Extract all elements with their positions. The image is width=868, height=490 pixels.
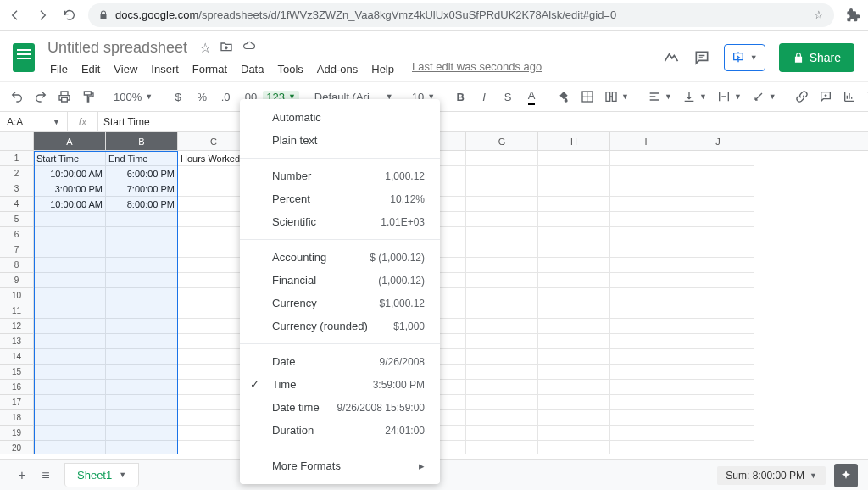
forward-button[interactable] xyxy=(34,7,51,24)
cell[interactable] xyxy=(538,395,610,410)
bold-button[interactable]: B xyxy=(450,86,470,108)
cell[interactable] xyxy=(466,395,538,410)
cell[interactable] xyxy=(106,303,178,319)
share-button[interactable]: Share xyxy=(779,43,854,72)
cell[interactable] xyxy=(106,426,178,441)
cell[interactable] xyxy=(538,319,610,334)
cell[interactable] xyxy=(538,273,610,288)
row-header[interactable]: 3 xyxy=(0,181,34,197)
cell[interactable] xyxy=(538,334,610,349)
cell[interactable] xyxy=(682,181,754,197)
cell[interactable] xyxy=(682,227,754,242)
cell[interactable] xyxy=(106,227,178,242)
row-header[interactable]: 13 xyxy=(0,334,34,349)
cell[interactable] xyxy=(610,273,682,288)
cell[interactable] xyxy=(538,212,610,227)
chart-button[interactable] xyxy=(839,86,860,108)
cell[interactable] xyxy=(466,197,538,212)
formula-input[interactable]: Start Time xyxy=(98,116,868,128)
cell[interactable] xyxy=(538,258,610,273)
row-header[interactable]: 14 xyxy=(0,349,34,365)
column-header-I[interactable]: I xyxy=(610,132,682,150)
cell[interactable]: 7:00:00 PM xyxy=(106,181,178,197)
format-option-time[interactable]: ✓Time3:59:00 PM xyxy=(240,373,440,396)
format-option-currency[interactable]: Currency$1,000.12 xyxy=(240,292,440,315)
italic-button[interactable]: I xyxy=(474,86,494,108)
address-bar[interactable]: docs.google.com/spreadsheets/d/1fWVz3ZWZ… xyxy=(88,3,834,27)
undo-button[interactable] xyxy=(7,86,27,108)
cell[interactable] xyxy=(538,426,610,441)
strikethrough-button[interactable]: S xyxy=(498,86,518,108)
explore-button[interactable] xyxy=(834,464,858,487)
cell[interactable] xyxy=(34,212,106,227)
cell[interactable] xyxy=(682,212,754,227)
cell[interactable] xyxy=(34,242,106,258)
cell[interactable] xyxy=(466,181,538,197)
cell[interactable] xyxy=(106,258,178,273)
cell[interactable] xyxy=(682,441,754,454)
last-edit-link[interactable]: Last edit was seconds ago xyxy=(412,60,542,78)
cell[interactable] xyxy=(682,288,754,303)
cell[interactable] xyxy=(610,197,682,212)
redo-button[interactable] xyxy=(31,86,51,108)
move-doc-icon[interactable] xyxy=(220,40,233,56)
format-option-number[interactable]: Number1,000.12 xyxy=(240,164,440,187)
format-option-scientific[interactable]: Scientific1.01E+03 xyxy=(240,210,440,233)
cell[interactable] xyxy=(466,380,538,395)
cell[interactable] xyxy=(538,166,610,181)
fill-color-button[interactable] xyxy=(554,86,574,108)
cell[interactable] xyxy=(466,441,538,454)
menu-help[interactable]: Help xyxy=(365,60,400,78)
wrap-button[interactable]: ▼ xyxy=(714,90,745,103)
row-header[interactable]: 12 xyxy=(0,319,34,334)
format-option-plain-text[interactable]: Plain text xyxy=(240,129,440,152)
column-header-A[interactable]: A xyxy=(34,132,106,150)
cell[interactable] xyxy=(610,349,682,365)
cell[interactable] xyxy=(610,426,682,441)
cell[interactable] xyxy=(610,242,682,258)
menu-file[interactable]: File xyxy=(44,60,74,78)
select-all-corner[interactable] xyxy=(0,132,34,150)
sheet-tab[interactable]: Sheet1▼ xyxy=(64,463,139,487)
format-option-date[interactable]: Date9/26/2008 xyxy=(240,350,440,373)
cell[interactable] xyxy=(610,212,682,227)
cell[interactable] xyxy=(682,303,754,319)
cell[interactable] xyxy=(610,303,682,319)
cell[interactable] xyxy=(466,242,538,258)
filter-button[interactable]: ▼ xyxy=(863,90,868,103)
cell[interactable] xyxy=(538,303,610,319)
cell[interactable]: 10:00:00 AM xyxy=(34,197,106,212)
cell[interactable] xyxy=(682,349,754,365)
column-header-H[interactable]: H xyxy=(538,132,610,150)
cell[interactable] xyxy=(610,319,682,334)
cell[interactable] xyxy=(610,365,682,380)
row-header[interactable]: 16 xyxy=(0,380,34,395)
cell[interactable] xyxy=(538,197,610,212)
row-header[interactable]: 2 xyxy=(0,166,34,181)
cell[interactable] xyxy=(682,151,754,166)
cell[interactable] xyxy=(610,410,682,426)
link-button[interactable] xyxy=(792,86,812,108)
cell[interactable] xyxy=(538,441,610,454)
percent-button[interactable]: % xyxy=(192,86,212,108)
cell[interactable] xyxy=(610,227,682,242)
cell[interactable] xyxy=(466,319,538,334)
cell[interactable] xyxy=(682,273,754,288)
cell[interactable] xyxy=(106,319,178,334)
cell[interactable] xyxy=(106,410,178,426)
menu-edit[interactable]: Edit xyxy=(75,60,106,78)
cell[interactable]: 6:00:00 PM xyxy=(106,166,178,181)
merge-cells-button[interactable]: ▼ xyxy=(601,90,632,103)
cell[interactable] xyxy=(466,288,538,303)
cell[interactable] xyxy=(466,303,538,319)
cell[interactable] xyxy=(610,258,682,273)
doc-title[interactable]: Untitled spreadsheet xyxy=(44,37,191,58)
cell[interactable] xyxy=(682,395,754,410)
cell[interactable] xyxy=(34,441,106,454)
format-option-accounting[interactable]: Accounting$ (1,000.12) xyxy=(240,246,440,269)
cell[interactable] xyxy=(538,181,610,197)
cell[interactable] xyxy=(466,365,538,380)
cell[interactable] xyxy=(34,365,106,380)
cell[interactable] xyxy=(682,197,754,212)
cell[interactable]: End Time xyxy=(106,151,178,166)
